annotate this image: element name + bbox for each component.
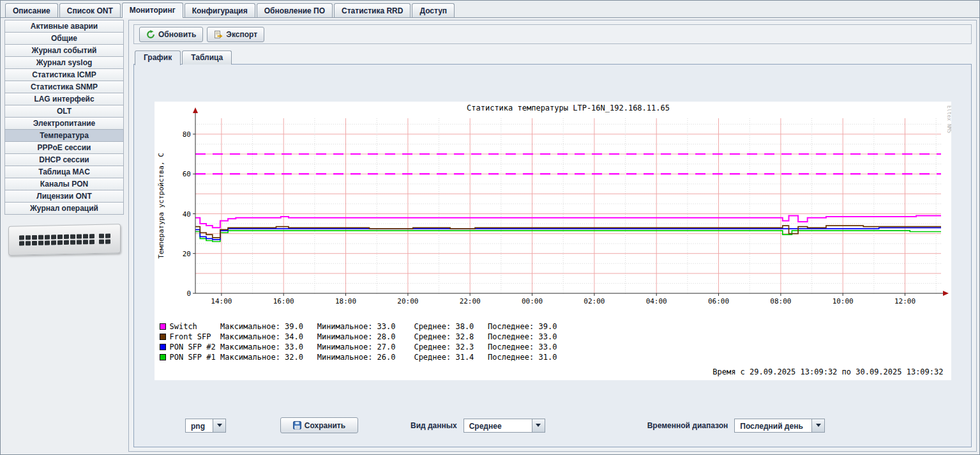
save-button[interactable]: Сохранить <box>280 417 358 433</box>
port <box>44 235 49 239</box>
main-tab-5[interactable]: Обновление ПО <box>257 3 333 17</box>
sidebar-list: Активные аварииОбщиеЖурнал событийЖурнал… <box>4 20 124 215</box>
graph-panel: 02040608014:0016:0018:0020:0022:0000:000… <box>133 64 972 447</box>
svg-text:80: 80 <box>182 130 190 139</box>
svg-text:Статистика температуры LTP-16N: Статистика температуры LTP-16N_192.168.1… <box>467 104 670 112</box>
toolbar: Обновить Экспорт <box>133 24 972 44</box>
export-button[interactable]: Экспорт <box>207 27 264 42</box>
port <box>44 240 49 245</box>
time-range-label: Временной диапазон <box>647 421 728 430</box>
svg-text:Температура устройства, C: Температура устройства, C <box>157 153 165 259</box>
legend-text: PON SFP #1 Максимальное: 32.0 Минимально… <box>170 353 557 362</box>
port <box>76 240 81 244</box>
view-tab-bar: ГрафикТаблица <box>133 50 972 65</box>
legend-swatch <box>160 323 166 330</box>
export-icon <box>214 30 223 39</box>
sidebar-item-4[interactable]: Журнал syslog <box>4 56 124 69</box>
legend-swatch <box>160 334 166 340</box>
port <box>31 235 36 240</box>
legend-swatch <box>160 354 166 360</box>
port <box>19 235 24 240</box>
port <box>98 234 103 238</box>
sidebar-item-9[interactable]: Электропитание <box>4 117 124 130</box>
legend-text: PON SFP #2 Максимальное: 33.0 Минимально… <box>170 343 557 351</box>
content-area: Активные аварииОбщиеЖурнал событийЖурнал… <box>1 18 979 454</box>
image-format-dropdown-arrow[interactable] <box>213 419 225 432</box>
sidebar-item-10[interactable]: Температура <box>4 129 124 142</box>
sidebar-item-6[interactable]: Статистика SNMP <box>4 81 124 93</box>
data-view-value: Среднее <box>464 419 532 432</box>
port <box>50 240 56 245</box>
data-view-select[interactable]: Среднее <box>464 419 545 433</box>
svg-text:12:00: 12:00 <box>894 297 915 305</box>
port <box>38 241 43 245</box>
port <box>63 235 68 239</box>
chevron-down-icon <box>217 424 222 427</box>
sidebar: Активные аварииОбщиеЖурнал событийЖурнал… <box>3 20 125 452</box>
svg-text:20:00: 20:00 <box>397 297 418 305</box>
svg-text:06:00: 06:00 <box>707 297 728 305</box>
svg-text:40: 40 <box>182 210 190 219</box>
sidebar-item-3[interactable]: Журнал событий <box>4 44 124 57</box>
main-tab-7[interactable]: Доступ <box>412 3 455 17</box>
time-range-select[interactable]: Последний день <box>734 419 825 433</box>
chevron-down-icon <box>536 424 541 427</box>
svg-text:00:00: 00:00 <box>521 297 542 305</box>
chart-legend: Switch Максимальное: 39.0 Минимальное: 3… <box>155 318 951 362</box>
refresh-button[interactable]: Обновить <box>139 27 203 42</box>
svg-text:Eltex NMS: Eltex NMS <box>946 105 951 134</box>
sidebar-item-2[interactable]: Общие <box>4 32 124 45</box>
port <box>82 240 87 244</box>
sidebar-item-12[interactable]: DHCP сессии <box>4 153 124 166</box>
view-tab-1[interactable]: График <box>135 50 181 65</box>
port <box>89 234 94 238</box>
svg-text:20: 20 <box>182 250 190 258</box>
svg-text:60: 60 <box>182 170 190 178</box>
refresh-icon <box>146 30 155 39</box>
time-range-dropdown-arrow[interactable] <box>811 419 824 432</box>
view-tab-2[interactable]: Таблица <box>182 50 232 65</box>
device-image <box>8 224 121 256</box>
image-format-select[interactable]: png <box>185 419 226 433</box>
temperature-chart: 02040608014:0016:0018:0020:0022:0000:000… <box>155 102 951 315</box>
legend-text: Front SFP Максимальное: 34.0 Минимальное… <box>170 332 557 341</box>
svg-text:02:00: 02:00 <box>584 297 605 305</box>
port <box>25 241 30 245</box>
sidebar-item-11[interactable]: PPPoE сессии <box>4 141 124 154</box>
export-button-label: Экспорт <box>226 30 257 39</box>
save-button-label: Сохранить <box>305 421 345 430</box>
sidebar-item-16[interactable]: Журнал операций <box>4 202 124 215</box>
data-view-dropdown-arrow[interactable] <box>532 419 545 432</box>
svg-text:04:00: 04:00 <box>645 297 667 305</box>
device-uplink-ports <box>98 234 110 244</box>
port <box>70 240 75 245</box>
sidebar-item-7[interactable]: LAG интерфейс <box>4 93 124 105</box>
port <box>105 234 110 238</box>
main-tab-6[interactable]: Статистика RRD <box>334 3 411 17</box>
data-view-label: Вид данных <box>411 421 457 430</box>
svg-text:14:00: 14:00 <box>211 297 232 305</box>
main-tab-1[interactable]: Описание <box>5 3 58 17</box>
port <box>50 235 56 239</box>
time-range-value: Последний день <box>735 419 811 432</box>
sidebar-item-8[interactable]: OLT <box>4 105 124 118</box>
svg-text:22:00: 22:00 <box>459 297 480 305</box>
svg-text:18:00: 18:00 <box>335 297 356 305</box>
main-tab-3[interactable]: Мониторинг <box>122 3 183 18</box>
legend-row-1: Switch Максимальное: 39.0 Минимальное: 3… <box>160 321 951 332</box>
main-tab-bar: ОписаниеСписок ONTМониторингКонфигурация… <box>1 1 979 18</box>
port <box>57 240 62 245</box>
sidebar-item-14[interactable]: Каналы PON <box>4 178 124 190</box>
main-panel: Обновить Экспорт ГрафикТаб <box>128 20 977 452</box>
app-window: ОписаниеСписок ONTМониторингКонфигурация… <box>0 0 980 455</box>
chart-controls: png Сохрани <box>134 417 971 433</box>
sidebar-item-13[interactable]: Таблица MAC <box>4 166 124 178</box>
legend-row-4: PON SFP #1 Максимальное: 32.0 Минимально… <box>160 352 951 362</box>
sidebar-item-15[interactable]: Лицензии ONT <box>4 190 124 203</box>
main-tab-2[interactable]: Список ONT <box>59 3 121 17</box>
sidebar-item-1[interactable]: Активные аварии <box>4 20 124 33</box>
port <box>70 235 75 239</box>
main-tab-4[interactable]: Конфигурация <box>185 3 255 17</box>
sidebar-item-5[interactable]: Статистика ICMP <box>4 68 124 81</box>
port <box>31 241 36 245</box>
